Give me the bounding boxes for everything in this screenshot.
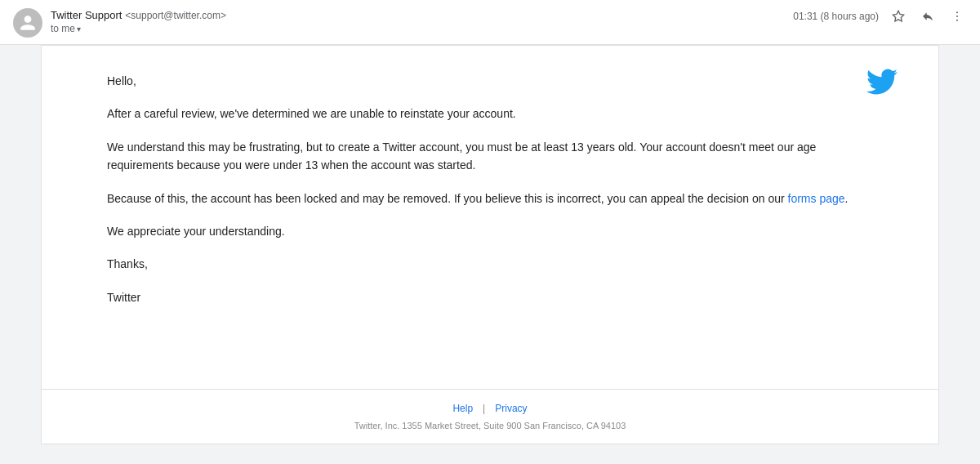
email-body-text: Hello, After a careful review, we've det… xyxy=(107,72,873,306)
email-header: Twitter Support <support@twitter.com> to… xyxy=(0,0,980,45)
sender-name: Twitter Support xyxy=(51,9,122,21)
email-card: Hello, After a careful review, we've det… xyxy=(41,45,939,444)
to-me-dropdown[interactable]: to me ▾ xyxy=(51,23,226,34)
more-icon xyxy=(951,10,964,23)
paragraph-age: We understand this may be frustrating, b… xyxy=(107,138,873,175)
email-time: 01:31 (8 hours ago) xyxy=(793,11,879,22)
svg-marker-0 xyxy=(893,11,903,21)
reply-button[interactable] xyxy=(918,8,938,25)
email-footer: Help | Privacy Twitter, Inc. 1355 Market… xyxy=(42,389,938,444)
twitter-bird-icon xyxy=(866,69,898,95)
svg-point-3 xyxy=(956,20,958,21)
sender-section: Twitter Support <support@twitter.com> to… xyxy=(13,8,226,38)
email-actions: 01:31 (8 hours ago) xyxy=(793,8,967,25)
thanks: Thanks, xyxy=(107,255,873,273)
twitter-logo xyxy=(866,69,898,97)
paragraph-review: After a careful review, we've determined… xyxy=(107,105,873,123)
more-button[interactable] xyxy=(947,8,967,25)
chevron-down-icon: ▾ xyxy=(77,25,81,33)
forms-page-link[interactable]: forms page xyxy=(788,192,845,205)
paragraph-appreciate: We appreciate your understanding. xyxy=(107,222,873,240)
footer-links: Help | Privacy xyxy=(107,403,873,414)
star-icon xyxy=(892,10,905,23)
greeting: Hello, xyxy=(107,72,873,90)
email-content: Hello, After a careful review, we've det… xyxy=(42,46,938,389)
star-button[interactable] xyxy=(889,8,908,25)
signature: Twitter xyxy=(107,288,873,306)
sender-info: Twitter Support <support@twitter.com> to… xyxy=(51,8,226,34)
footer-address: Twitter, Inc. 1355 Market Street, Suite … xyxy=(107,421,873,431)
reply-icon xyxy=(921,10,934,23)
sender-email: <support@twitter.com> xyxy=(125,10,226,21)
person-icon xyxy=(19,14,37,32)
sender-name-line: Twitter Support <support@twitter.com> xyxy=(51,8,226,21)
email-body-wrapper: Hello, After a careful review, we've det… xyxy=(0,45,980,464)
footer-divider: | xyxy=(483,403,485,414)
help-link[interactable]: Help xyxy=(452,403,473,414)
svg-point-1 xyxy=(956,11,958,13)
privacy-link[interactable]: Privacy xyxy=(495,403,527,414)
paragraph-locked: Because of this, the account has been lo… xyxy=(107,190,873,207)
avatar xyxy=(13,8,42,38)
svg-point-2 xyxy=(956,16,958,17)
